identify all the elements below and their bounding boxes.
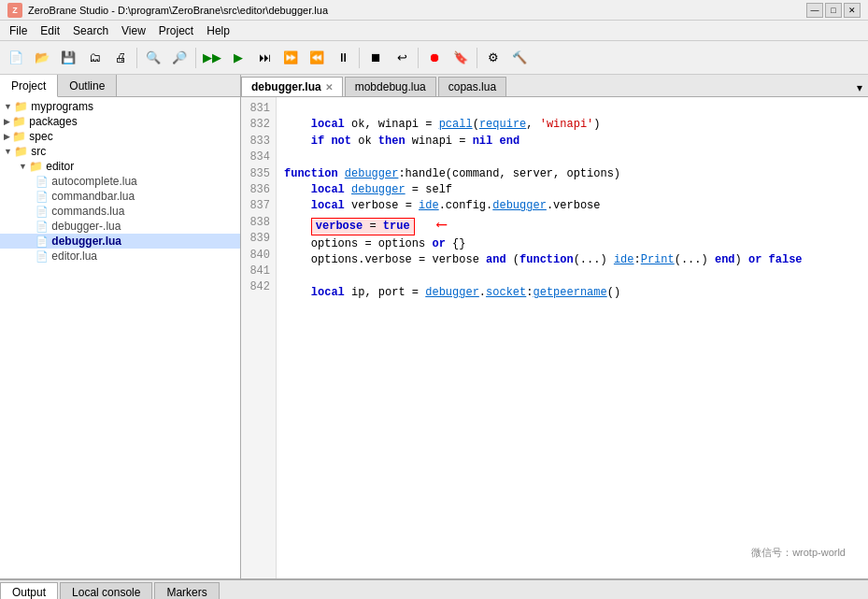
line-number: 842 bbox=[245, 279, 270, 295]
left-panel: Project Outline ▼📁 myprograms▶📁 packages… bbox=[0, 75, 241, 578]
code-line: options.verbose = verbose and (function(… bbox=[284, 252, 861, 268]
toolbar: 📄 📂 💾 🗂 🖨 🔍 🔎 ▶▶ ▶ ⏭ ⏩ ⏪ ⏸ ⏹ ↩ ⏺ 🔖 ⚙ 🔨 bbox=[0, 41, 868, 75]
code-line: verbose = true ⟵ bbox=[284, 215, 861, 236]
line-number: 837 bbox=[245, 198, 270, 214]
build-button[interactable]: 🔨 bbox=[507, 46, 532, 70]
editor-tabs: debugger.lua ✕ mobdebug.lua copas.lua ▾ bbox=[241, 75, 868, 97]
step-out-button[interactable]: ⏪ bbox=[305, 46, 329, 70]
toolbar-sep-3 bbox=[359, 48, 360, 68]
tab-label-mobdebug: mobdebug.lua bbox=[355, 80, 426, 93]
app-logo: Z bbox=[7, 3, 22, 18]
step-over-button[interactable]: ⏭ bbox=[252, 46, 277, 70]
print-button[interactable]: 🖨 bbox=[108, 46, 133, 70]
tab-outline[interactable]: Outline bbox=[58, 75, 117, 96]
line-number: 838 bbox=[245, 215, 270, 231]
open-file-button[interactable]: 📂 bbox=[30, 46, 54, 70]
tree-item[interactable]: ▶📁 packages bbox=[0, 114, 240, 129]
line-number: 840 bbox=[245, 248, 270, 264]
tree-item[interactable]: ▶📁 spec bbox=[0, 129, 240, 144]
bottom-panel: Output Local console Markers Debugger se… bbox=[0, 578, 868, 599]
tree-item[interactable]: 📄 debugger.lua bbox=[0, 234, 240, 249]
tab-close-debugger[interactable]: ✕ bbox=[325, 82, 333, 93]
continue-button[interactable]: ↩ bbox=[390, 46, 414, 70]
line-numbers: 831832833834835836837838839840841842 bbox=[241, 97, 277, 578]
line-number: 836 bbox=[245, 182, 270, 198]
titlebar: Z ZeroBrane Studio - D:\program\ZeroBran… bbox=[0, 0, 868, 21]
tabs-dropdown-arrow[interactable]: ▾ bbox=[851, 79, 868, 96]
minimize-button[interactable]: — bbox=[806, 3, 823, 18]
stop-button[interactable]: ⏸ bbox=[331, 46, 355, 70]
run-button[interactable]: ▶▶ bbox=[200, 46, 224, 70]
tree-item[interactable]: 📄 commandbar.lua bbox=[0, 189, 240, 204]
new-file-button[interactable]: 📄 bbox=[4, 46, 28, 70]
project-button[interactable]: ⚙ bbox=[481, 46, 505, 70]
bookmark-button[interactable]: 🔖 bbox=[448, 46, 473, 70]
toolbar-sep-4 bbox=[418, 48, 419, 68]
menu-help[interactable]: Help bbox=[201, 22, 235, 39]
menu-view[interactable]: View bbox=[116, 22, 151, 39]
code-line: local ok, winapi = pcall(require, 'winap… bbox=[284, 117, 861, 133]
titlebar-buttons[interactable]: — □ ✕ bbox=[806, 3, 861, 18]
code-line: if not ok then winapi = nil end bbox=[284, 134, 861, 150]
find-button[interactable]: 🔍 bbox=[141, 46, 165, 70]
step-into-button[interactable]: ⏩ bbox=[278, 46, 303, 70]
tree-item[interactable]: 📄 debugger-.lua bbox=[0, 219, 240, 234]
editor-tab-copas[interactable]: copas.lua bbox=[438, 77, 506, 96]
line-number: 831 bbox=[245, 101, 270, 117]
tab-markers[interactable]: Markers bbox=[154, 582, 219, 599]
tab-label-copas: copas.lua bbox=[448, 80, 496, 93]
tab-output[interactable]: Output bbox=[0, 582, 58, 599]
save-all-button[interactable]: 🗂 bbox=[82, 46, 107, 70]
menu-search[interactable]: Search bbox=[67, 22, 114, 39]
line-number: 835 bbox=[245, 166, 270, 182]
line-number: 839 bbox=[245, 231, 270, 247]
save-file-button[interactable]: 💾 bbox=[56, 46, 80, 70]
menubar: File Edit Search View Project Help bbox=[0, 21, 868, 41]
project-tree: ▼📁 myprograms▶📁 packages▶📁 spec▼📁 src▼📁 … bbox=[0, 97, 240, 578]
replace-button[interactable]: 🔎 bbox=[167, 46, 192, 70]
code-line bbox=[284, 101, 861, 117]
tree-item[interactable]: 📄 autocomplete.lua bbox=[0, 174, 240, 189]
line-number: 832 bbox=[245, 117, 270, 133]
editor-tab-debugger[interactable]: debugger.lua ✕ bbox=[241, 77, 343, 96]
break-button[interactable]: ⏹ bbox=[363, 46, 388, 70]
code-line: options = options or {} bbox=[284, 236, 861, 252]
code-content[interactable]: local ok, winapi = pcall(require, 'winap… bbox=[277, 97, 868, 578]
debug-button[interactable]: ▶ bbox=[226, 46, 250, 70]
code-line: local debugger = self bbox=[284, 182, 861, 198]
tab-local-console[interactable]: Local console bbox=[60, 582, 152, 599]
title-area: Z ZeroBrane Studio - D:\program\ZeroBran… bbox=[7, 3, 328, 18]
code-line: function debugger:handle(command, server… bbox=[284, 166, 861, 182]
left-tabs: Project Outline bbox=[0, 75, 240, 97]
menu-file[interactable]: File bbox=[4, 22, 33, 39]
editor-tab-mobdebug[interactable]: mobdebug.lua bbox=[345, 77, 436, 96]
tree-item[interactable]: ▼📁 editor bbox=[0, 159, 240, 174]
tab-project[interactable]: Project bbox=[0, 75, 58, 97]
maximize-button[interactable]: □ bbox=[825, 3, 842, 18]
editor-area[interactable]: 831832833834835836837838839840841842 loc… bbox=[241, 97, 868, 578]
bottom-tabs: Output Local console Markers bbox=[0, 580, 868, 599]
main-layout: Project Outline ▼📁 myprograms▶📁 packages… bbox=[0, 75, 868, 578]
tree-item[interactable]: ▼📁 src bbox=[0, 144, 240, 159]
menu-project[interactable]: Project bbox=[153, 22, 199, 39]
line-number: 841 bbox=[245, 264, 270, 279]
tab-label-debugger: debugger.lua bbox=[251, 80, 321, 93]
toggle-bp-button[interactable]: ⏺ bbox=[422, 46, 447, 70]
toolbar-sep-1 bbox=[136, 48, 137, 68]
code-line: local verbose = ide.config.debugger.verb… bbox=[284, 198, 861, 214]
tree-item[interactable]: ▼📁 myprograms bbox=[0, 99, 240, 114]
toolbar-sep-2 bbox=[195, 48, 196, 68]
line-number: 833 bbox=[245, 134, 270, 150]
close-button[interactable]: ✕ bbox=[844, 3, 861, 18]
code-line bbox=[284, 150, 861, 165]
tree-item[interactable]: 📄 commands.lua bbox=[0, 204, 240, 219]
right-panel: debugger.lua ✕ mobdebug.lua copas.lua ▾ … bbox=[241, 75, 868, 578]
code-line bbox=[284, 269, 861, 285]
watermark: 微信号：wrotp-world bbox=[747, 544, 849, 562]
menu-edit[interactable]: Edit bbox=[35, 22, 65, 39]
tree-item[interactable]: 📄 editor.lua bbox=[0, 249, 240, 264]
code-line: local ip, port = debugger.socket:getpeer… bbox=[284, 285, 861, 301]
title-text: ZeroBrane Studio - D:\program\ZeroBrane\… bbox=[28, 5, 328, 16]
line-number: 834 bbox=[245, 150, 270, 165]
toolbar-sep-5 bbox=[477, 48, 477, 68]
